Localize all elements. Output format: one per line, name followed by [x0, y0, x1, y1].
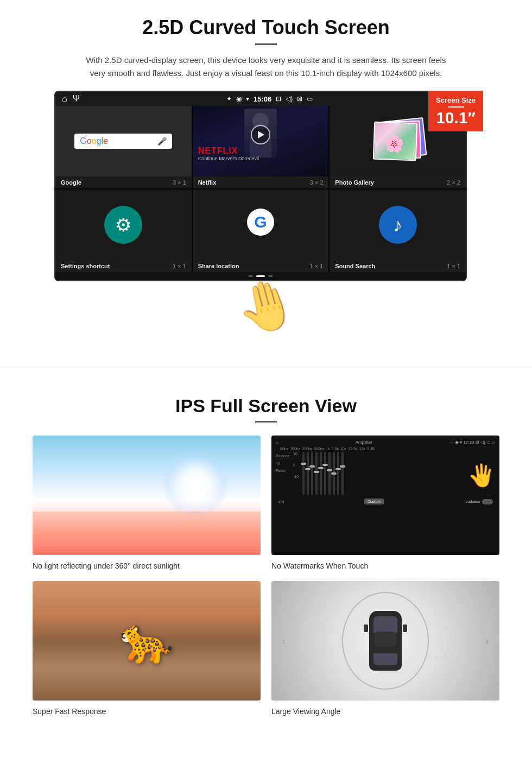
settings-app-name: Settings shortcut — [61, 263, 110, 269]
netflix-app-cell[interactable]: NETFLIX Continue Marvel's Daredevil Netf… — [193, 106, 329, 188]
google-app-size: 3 × 1 — [173, 179, 186, 186]
amp-home-icon: ⌂ — [276, 440, 278, 445]
loudness-label: loudness — [465, 500, 480, 503]
eq-bar-6[interactable] — [324, 452, 326, 495]
car-roof — [375, 632, 396, 647]
google-search-bar[interactable]: Google 🎤 — [74, 134, 172, 149]
db-scale: 10 0 -10 — [293, 452, 299, 478]
status-time: 15:06 — [254, 95, 271, 103]
screen-size-badge: Screen Size 10.1″ — [428, 91, 483, 131]
location-icon: ◉ — [236, 95, 242, 103]
screen-icon: ⊠ — [297, 95, 302, 103]
photo-card-3: 🌸 — [372, 122, 417, 161]
eq-sliders: 10 0 -10 — [293, 452, 467, 495]
sunlight-image — [33, 436, 261, 555]
car-mirror-left — [364, 624, 368, 632]
amplifier-image: ⌂ Amplifier ⋯ ◉ ▾ 17:33 ⊡ ◁) ▭ ▷ 60hz100… — [271, 436, 499, 555]
amp-speaker-icon: ◁) — [276, 461, 292, 465]
amp-side-labels: Balance ◁) Fader — [276, 452, 292, 472]
dot-1 — [249, 275, 253, 277]
eq-bar-9[interactable] — [337, 452, 339, 495]
amp-controls-row: Balance ◁) Fader 10 0 -10 — [276, 452, 495, 495]
google-content: Google 🎤 — [55, 106, 192, 176]
loudness-toggle: loudness — [465, 499, 493, 504]
eq-bar-5[interactable] — [320, 452, 322, 495]
flower-icon: 🌸 — [384, 134, 404, 153]
eq-bar-1[interactable] — [302, 452, 305, 495]
touch-hand-icon: 🖐 — [468, 463, 495, 488]
maps-g-letter: G — [254, 213, 267, 231]
cheetah-icon: 🐆 — [119, 615, 174, 666]
google-app-cell[interactable]: Google 🎤 Google 3 × 1 — [55, 106, 192, 188]
car-circle — [342, 592, 429, 690]
amplifier-caption: No Watermarks When Touch — [271, 562, 499, 570]
custom-button[interactable]: Custom — [364, 499, 384, 504]
google-app-name: Google — [61, 179, 81, 186]
share-app-cell[interactable]: G Share location 1 × 1 — [193, 190, 329, 272]
badge-size: 10.1″ — [436, 110, 476, 126]
google-logo: Google — [80, 136, 108, 146]
eq-bar-7[interactable] — [328, 452, 331, 495]
car-mirror-right — [403, 624, 407, 632]
settings-app-cell[interactable]: ⚙ Settings shortcut 1 × 1 — [55, 190, 192, 272]
eq-bars-container — [302, 452, 344, 495]
car-rear — [373, 653, 397, 665]
settings-label-row: Settings shortcut 1 × 1 — [55, 260, 192, 272]
eq-bar-8[interactable] — [333, 452, 335, 495]
volume-icon: ◁) — [286, 95, 293, 103]
settings-app-size: 1 × 1 — [173, 263, 186, 269]
gallery-label-row: Photo Gallery 2 × 2 — [330, 176, 466, 188]
play-triangle — [258, 131, 264, 138]
viewing-arrow-left: ‹ — [282, 635, 286, 647]
status-center: ✦ ◉ ▾ 15:06 ⊡ ◁) ⊠ ▭ — [226, 95, 313, 103]
window-icon: ▭ — [307, 95, 313, 103]
status-bar: ⌂ Ψ ✦ ◉ ▾ 15:06 ⊡ ◁) ⊠ ▭ — [55, 92, 466, 106]
feature-car: › ‹ Large Viewing Angle — [271, 581, 499, 716]
camera-icon: ⊡ — [276, 95, 281, 103]
gear-icon: ⚙ — [115, 214, 131, 236]
status-left: ⌂ Ψ — [62, 94, 80, 104]
usb-icon: Ψ — [73, 94, 80, 104]
ips-title: IPS Full Screen View — [33, 395, 499, 417]
car-image: › ‹ — [271, 581, 499, 701]
car-windshield — [373, 616, 397, 633]
eq-bar-4[interactable] — [315, 452, 318, 495]
eq-bar-3[interactable] — [311, 452, 313, 495]
music-note-icon: ♪ — [393, 215, 402, 236]
netflix-brand: NETFLIX Continue Marvel's Daredevil — [198, 146, 259, 161]
share-app-name: Share location — [198, 263, 239, 269]
car-body — [369, 611, 402, 671]
settings-content: ⚙ — [55, 190, 192, 260]
eq-bar-2[interactable] — [307, 452, 309, 495]
toggle-track[interactable] — [482, 499, 493, 504]
eq-bar-10[interactable] — [341, 452, 344, 495]
badge-line — [448, 106, 464, 108]
cheetah-image: 🐆 — [33, 581, 261, 701]
wifi-icon: ▾ — [246, 95, 249, 103]
maps-pin: G — [247, 209, 274, 241]
gallery-app-size: 2 × 2 — [447, 179, 460, 186]
amp-header: ⌂ Amplifier ⋯ ◉ ▾ 17:33 ⊡ ◁) ▭ ▷ — [276, 440, 495, 445]
sunlight-caption: No light reflecting under 360° direct su… — [33, 562, 261, 570]
title-underline — [255, 43, 277, 45]
features-grid: No light reflecting under 360° direct su… — [33, 436, 499, 716]
amp-icons: ⋯ ◉ ▾ 17:33 ⊡ ◁) ▭ ▷ — [449, 440, 495, 445]
share-content: G — [193, 190, 329, 260]
viewing-arrow-right: › — [485, 635, 489, 647]
home-icon[interactable]: ⌂ — [62, 94, 67, 104]
feature-cheetah: 🐆 Super Fast Response — [33, 581, 261, 716]
play-button[interactable] — [251, 125, 270, 144]
mic-icon[interactable]: 🎤 — [157, 137, 167, 146]
curved-section: 2.5D Curved Touch Screen With 2.5D curve… — [0, 0, 532, 346]
photo-stack: 🌸 — [371, 117, 425, 166]
netflix-content: NETFLIX Continue Marvel's Daredevil — [193, 106, 329, 176]
ips-section: IPS Full Screen View No light reflecting… — [0, 390, 532, 732]
feature-amplifier: ⌂ Amplifier ⋯ ◉ ▾ 17:33 ⊡ ◁) ▭ ▷ 60hz100… — [271, 436, 499, 570]
google-label-row: Google 3 × 1 — [55, 176, 192, 188]
netflix-app-name: Netflix — [198, 179, 217, 186]
bluetooth-icon: ✦ — [226, 95, 232, 103]
curved-description: With 2.5D curved-display screen, this de… — [81, 54, 451, 80]
settings-icon-circle: ⚙ — [104, 206, 142, 244]
netflix-subtitle: Continue Marvel's Daredevil — [198, 156, 259, 161]
netflix-logo-text: NETFLIX — [198, 146, 259, 156]
